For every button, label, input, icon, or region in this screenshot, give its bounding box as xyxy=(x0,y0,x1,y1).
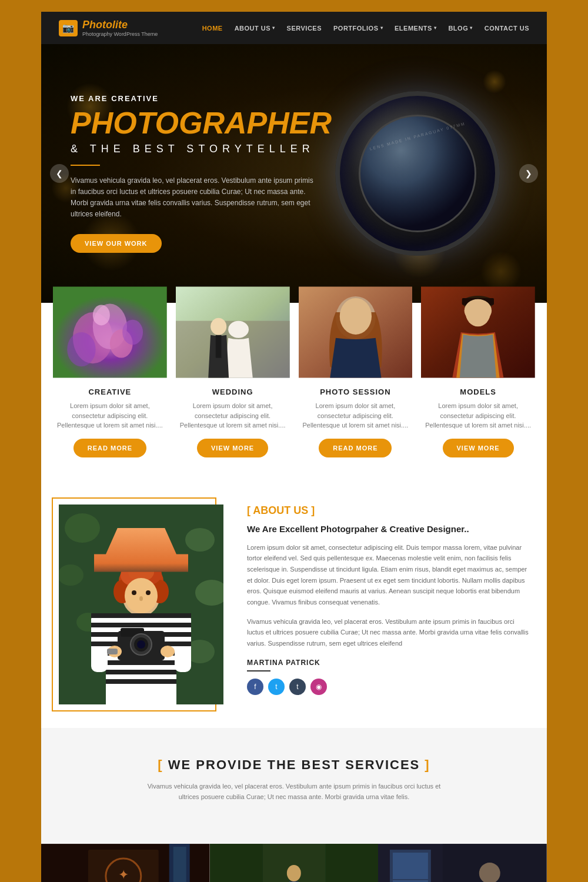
about-section: [ ABOUT US ] We Are Excellent Photogrpah… xyxy=(41,481,547,728)
portfolio-grid: CREATIVE Lorem ipsum dolor sit amet, con… xyxy=(53,285,535,457)
svg-rect-70 xyxy=(173,847,186,882)
portfolio-btn-creative[interactable]: READ MORE xyxy=(74,439,146,457)
hero-title2: & THE BEST STORYTELLER xyxy=(71,143,318,155)
services-bracket-close: ] xyxy=(425,757,430,772)
logo-text: Photolite Photography WordPress Theme xyxy=(82,19,158,37)
hero-next-arrow[interactable]: ❯ xyxy=(519,164,538,183)
svg-rect-53 xyxy=(175,613,191,618)
svg-rect-46 xyxy=(106,679,176,684)
svg-rect-51 xyxy=(91,632,108,637)
svg-rect-11 xyxy=(216,335,222,358)
portfolio-card-title-wedding: WEDDING xyxy=(176,387,290,396)
bottom-image-3 xyxy=(378,844,547,882)
social-facebook-icon[interactable]: f xyxy=(247,679,263,695)
svg-rect-79 xyxy=(393,853,428,879)
svg-rect-44 xyxy=(106,660,176,665)
svg-point-22 xyxy=(185,528,215,552)
nav-blog[interactable]: BLOG ▾ xyxy=(448,25,472,32)
svg-rect-64 xyxy=(107,649,118,654)
portfolio-card-models: MODELS Lorem ipsum dolor sit amet, conse… xyxy=(421,285,535,457)
services-title: [ WE PROVIDE THE BEST SERVICES ] xyxy=(59,757,529,773)
portfolio-card-creative: CREATIVE Lorem ipsum dolor sit amet, con… xyxy=(53,285,167,457)
lens-text: LENS MADE IN PARAGUAY 077MM xyxy=(369,121,466,151)
chevron-down-icon: ▾ xyxy=(380,25,383,31)
about-photo xyxy=(59,505,223,704)
svg-rect-54 xyxy=(175,623,191,627)
portfolio-card-title-creative: CREATIVE xyxy=(53,387,167,396)
chevron-down-icon: ▾ xyxy=(272,25,275,31)
svg-rect-52 xyxy=(91,642,108,646)
hero-description: Vivamus vehicula gravida leo, vel placer… xyxy=(71,175,318,220)
svg-text:✦: ✦ xyxy=(118,867,129,882)
svg-point-36 xyxy=(146,590,151,595)
svg-rect-40 xyxy=(106,623,176,627)
nav-services[interactable]: SERVICES xyxy=(287,25,322,32)
svg-point-21 xyxy=(65,513,100,543)
services-description: Vivamus vehicula gravida leo, vel placer… xyxy=(147,781,441,803)
services-title-text: WE PROVIDE THE BEST SERVICES xyxy=(168,757,425,772)
camera-icon: 📷 xyxy=(59,20,78,36)
svg-rect-83 xyxy=(443,844,547,882)
lens-inner: LENS MADE IN PARAGUAY 077MM xyxy=(359,115,476,232)
page-wrapper: 📷 Photolite Photography WordPress Theme … xyxy=(41,12,547,882)
social-tumblr-icon[interactable]: t xyxy=(289,679,306,695)
view-our-work-button[interactable]: VIEW OUR WORK xyxy=(71,234,162,253)
svg-rect-45 xyxy=(106,670,176,674)
bracket-close: ] xyxy=(308,505,315,516)
chevron-down-icon: ▾ xyxy=(470,25,473,31)
nav-about[interactable]: ABOUT US ▾ xyxy=(235,25,275,32)
bottom-image-1: ✦ xyxy=(41,844,210,882)
header: 📷 Photolite Photography WordPress Theme … xyxy=(41,12,547,44)
nav-elements[interactable]: ELEMENTS ▾ xyxy=(395,25,436,32)
portfolio-img-wrap-session xyxy=(299,285,413,379)
portfolio-image-models xyxy=(421,285,535,379)
portfolio-btn-session[interactable]: READ MORE xyxy=(319,439,392,457)
nav-home[interactable]: HOME xyxy=(202,25,223,32)
logo-area: 📷 Photolite Photography WordPress Theme xyxy=(59,19,158,37)
hero-prev-arrow[interactable]: ❮ xyxy=(50,164,69,183)
svg-point-6 xyxy=(122,320,143,345)
bracket-open: [ xyxy=(247,505,253,516)
svg-point-5 xyxy=(93,305,110,326)
portfolio-btn-wedding[interactable]: VIEW MORE xyxy=(197,439,268,457)
nav-portfolios[interactable]: PORTFOLIOS ▾ xyxy=(333,25,383,32)
nav-contact[interactable]: CONTACT US xyxy=(485,25,529,32)
bottom-image-2 xyxy=(210,844,379,882)
portfolio-btn-models[interactable]: VIEW MORE xyxy=(443,439,514,457)
svg-point-19 xyxy=(465,299,492,322)
portfolio-img-wrap-creative xyxy=(53,285,167,379)
svg-rect-55 xyxy=(175,632,191,637)
portfolio-section: CREATIVE Lorem ipsum dolor sit amet, con… xyxy=(41,285,547,481)
social-instagram-icon[interactable]: ◉ xyxy=(310,679,327,695)
svg-rect-49 xyxy=(91,613,108,618)
svg-point-61 xyxy=(137,640,145,649)
main-nav: HOME ABOUT US ▾ SERVICES PORTFOLIOS ▾ EL… xyxy=(202,25,529,32)
portfolio-card-title-models: MODELS xyxy=(421,387,535,396)
portfolio-card-title-session: PHOTO SESSION xyxy=(299,387,413,396)
svg-rect-50 xyxy=(91,623,108,627)
about-section-label: [ ABOUT US ] xyxy=(247,505,529,517)
logo-name[interactable]: Photolite xyxy=(82,19,158,31)
bottom-images: ✦ xyxy=(41,844,547,882)
about-content: [ ABOUT US ] We Are Excellent Photogrpah… xyxy=(247,505,529,695)
svg-rect-74 xyxy=(325,844,378,882)
services-bracket-open: [ xyxy=(158,757,168,772)
svg-point-3 xyxy=(67,332,95,366)
svg-point-14 xyxy=(339,298,371,335)
hero-subtitle: WE ARE CREATIVE xyxy=(71,94,318,103)
portfolio-img-wrap-models xyxy=(421,285,535,379)
portfolio-card-desc-session: Lorem ipsum dolor sit amet, consectetur … xyxy=(299,401,413,430)
svg-rect-72 xyxy=(210,844,263,882)
svg-point-63 xyxy=(161,646,175,657)
social-twitter-icon[interactable]: t xyxy=(268,679,285,695)
social-icons: f t t ◉ xyxy=(247,679,529,695)
about-author-name: MARTINA PATRICK xyxy=(247,659,529,667)
svg-point-9 xyxy=(228,321,249,338)
svg-point-10 xyxy=(211,318,226,335)
svg-point-75 xyxy=(287,865,301,881)
portfolio-image-session xyxy=(299,285,413,379)
portfolio-image-creative xyxy=(53,285,167,379)
svg-rect-56 xyxy=(175,642,191,646)
svg-rect-39 xyxy=(106,613,176,618)
about-text2: Vivamus vehicula gravida leo, vel placer… xyxy=(247,616,529,649)
